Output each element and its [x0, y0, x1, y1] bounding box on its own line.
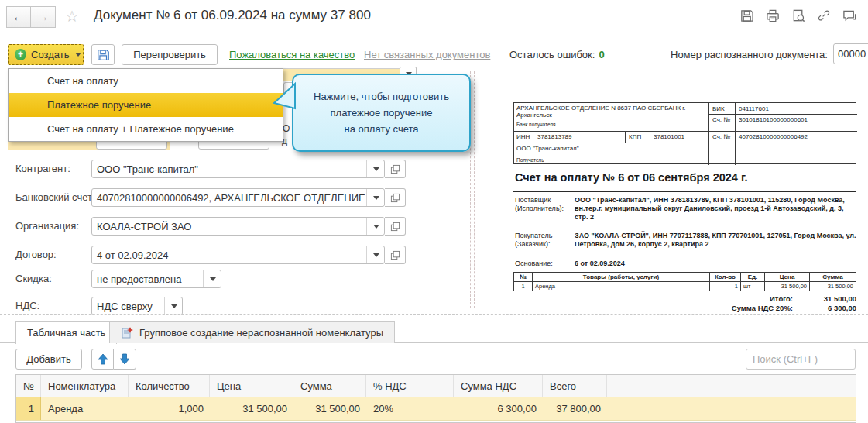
bik-value: 041117601	[739, 105, 769, 112]
create-menu: Счет на оплату Платежное поручение Счет …	[8, 68, 283, 142]
magic-wand-icon	[121, 326, 134, 339]
chevron-down-icon[interactable]	[203, 270, 221, 287]
save-icon[interactable]	[739, 9, 754, 23]
counterparty-input[interactable]: ООО "Транс-капитал"	[91, 160, 385, 178]
no-related-documents-link[interactable]: Нет связанных документов	[364, 49, 490, 60]
chevron-down-icon[interactable]	[366, 218, 384, 235]
create-button[interactable]: + Создать	[8, 44, 84, 65]
complain-quality-link[interactable]: Пожаловаться на качество	[229, 49, 355, 60]
search-input[interactable]	[746, 349, 856, 370]
menu-item-invoice-plus-payment-order[interactable]: Счет на оплату + Платежное поручение	[9, 117, 283, 141]
field-label-counterparty: Контрагент:	[15, 163, 70, 174]
chevron-down-icon[interactable]	[366, 246, 384, 263]
tabular-section-table: № Номенклатура Количество Цена Сумма % Н…	[15, 374, 856, 423]
column-header[interactable]: Номенклатура	[41, 375, 129, 397]
preview-edge-line	[474, 71, 475, 308]
tooltip-arrow	[273, 82, 296, 112]
field-label-organization: Организация:	[15, 220, 79, 232]
print-icon[interactable]	[765, 9, 781, 23]
tab-tabular-section[interactable]: Табличная часть	[15, 321, 117, 344]
column-header[interactable]: Количество	[129, 375, 210, 397]
page-title: Документ № 6 от 06.09.2024 на сумму 37 8…	[94, 8, 371, 23]
table-header-row: № Номенклатура Количество Цена Сумма % Н…	[16, 375, 856, 397]
invoice-title: Счет на оплату № 6 от 06 сентября 2024 г…	[515, 171, 748, 184]
doc-number-input[interactable]	[833, 43, 868, 64]
menu-item-payment-order[interactable]: Платежное поручение	[9, 93, 283, 117]
chevron-down-icon[interactable]	[366, 160, 384, 177]
open-item-button[interactable]	[385, 217, 406, 236]
recheck-button[interactable]: Перепроверить	[122, 44, 218, 65]
open-item-button[interactable]	[385, 188, 406, 207]
chevron-down-icon	[75, 53, 81, 57]
hidden-text-fragment: О	[283, 123, 290, 134]
vat-select[interactable]: НДС сверху	[91, 297, 183, 315]
open-item-button[interactable]	[385, 246, 406, 264]
column-header[interactable]: % НДС	[366, 375, 454, 397]
contract-input[interactable]: 4 от 02.09.2024	[91, 246, 385, 264]
plus-icon: +	[15, 49, 26, 60]
chevron-down-icon[interactable]	[164, 297, 182, 315]
arrow-up-icon	[98, 353, 108, 365]
field-label-discount: Скидка:	[15, 273, 52, 284]
chevron-down-icon[interactable]	[366, 189, 384, 206]
discussion-icon[interactable]	[842, 9, 858, 23]
create-button-label: Создать	[31, 49, 69, 60]
favorite-star-icon[interactable]: ☆	[65, 7, 79, 26]
bank-name: АРХАНГЕЛЬСКОЕ ОТДЕЛЕНИЕ N 8637 ПАО СБЕРБ…	[516, 105, 705, 119]
column-header[interactable]: Сумма НДС	[454, 375, 543, 397]
field-counterparty: ООО "Транс-капитал"	[91, 160, 406, 178]
supplier-label: Поставщик(Исполнитель):	[515, 196, 574, 213]
invoice-total: Итого:31 500,00	[619, 294, 856, 303]
basis-label: Основание:	[515, 260, 574, 268]
save-button[interactable]	[91, 44, 115, 65]
column-header[interactable]: Сумма	[293, 375, 366, 397]
bank-account-input[interactable]: 40702810000000006492, АРХАНГЕЛЬСКОЕ ОТДЕ…	[91, 188, 385, 207]
invoice-vat-total: Сумма НДС 20%:6 300,00	[619, 304, 856, 312]
document-recognition-window: ← → ☆ Документ № 6 от 06.09.2024 на сумм…	[0, 0, 868, 423]
arrow-down-icon	[119, 353, 130, 365]
column-header[interactable]: Всего	[543, 375, 607, 397]
field-label-vat: НДС:	[15, 300, 39, 311]
tooltip-callout: Нажмите, чтобы подготовить платежное пор…	[292, 74, 471, 152]
field-contract: 4 от 02.09.2024	[91, 246, 406, 264]
move-down-button[interactable]	[114, 349, 136, 370]
back-button[interactable]: ←	[6, 6, 31, 28]
history-nav: ← →	[6, 6, 56, 28]
column-header-empty	[607, 375, 856, 397]
add-row-button[interactable]: Добавить	[15, 349, 82, 370]
inn-value: 3781813789	[537, 133, 572, 140]
forward-button[interactable]: →	[31, 6, 56, 28]
recipient-name: ООО "Транс-капитал"	[516, 145, 579, 152]
column-header[interactable]: №	[16, 375, 41, 397]
supplier-value: ООО "Транс-капитал", ИНН 3781813789, КПП…	[575, 196, 856, 222]
recipient-caption: Получатель	[516, 157, 544, 163]
buyer-label: Покупатель(Заказчик):	[515, 232, 574, 249]
discount-select[interactable]: не предоставлена	[91, 270, 221, 288]
errors-left-label: Осталось ошибок:	[509, 49, 595, 60]
horizontal-splitter[interactable]	[0, 314, 868, 315]
tab-group-creation[interactable]: Групповое создание нераспознанной номенк…	[109, 321, 395, 343]
open-item-button[interactable]	[385, 160, 406, 178]
preview-icon[interactable]	[791, 9, 806, 23]
field-label-contract: Договор:	[15, 249, 57, 260]
kpp-value: 378101001	[654, 133, 684, 140]
window-actions: О	[739, 8, 868, 23]
bank-details-table: АРХАНГЕЛЬСКОЕ ОТДЕЛЕНИЕ N 8637 ПАО СБЕРБ…	[513, 102, 856, 164]
column-header[interactable]: Цена	[210, 375, 293, 397]
invoice-items-table: № Товары (работы, услуги) Кол-во Ед. Цен…	[513, 272, 856, 291]
move-row-buttons	[91, 349, 136, 370]
buyer-value: ЗАО "КОАЛА-СТРОЙ", ИНН 7707117888, КПП 7…	[575, 232, 856, 249]
floppy-icon	[96, 48, 110, 62]
move-up-button[interactable]	[91, 349, 114, 370]
field-bank-account: 40702810000000006492, АРХАНГЕЛЬСКОЕ ОТДЕ…	[91, 188, 406, 207]
errors-left: Осталось ошибок:0	[509, 49, 605, 60]
basis-value: 6 от 02.09.2024	[575, 260, 856, 268]
errors-left-value: 0	[599, 49, 604, 60]
organization-input[interactable]: КОАЛА-СТРОЙ ЗАО	[91, 217, 385, 236]
menu-item-invoice[interactable]: Счет на оплату	[9, 69, 283, 93]
table-row[interactable]: 1 Аренда 1,000 31 500,00 31 500,00 20% 6…	[16, 397, 856, 421]
field-label-bank-account: Банковский счет:	[15, 191, 95, 203]
invoice-item-row: 1 Аренда 1 шт 31 500,00 31 500,00	[514, 282, 856, 291]
divider	[513, 191, 856, 192]
link-icon[interactable]	[817, 9, 831, 22]
